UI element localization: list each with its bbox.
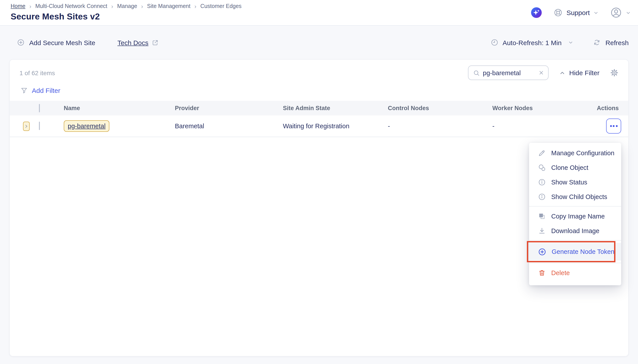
account-menu[interactable] — [610, 7, 631, 18]
tech-docs-label: Tech Docs — [118, 39, 149, 46]
top-bar-right: Support — [531, 0, 631, 25]
search-icon — [473, 69, 480, 76]
menu-item-label: Copy Image Name — [551, 212, 605, 220]
select-all-checkbox[interactable] — [39, 104, 40, 112]
clock-icon — [491, 38, 499, 46]
table-settings-gear-icon[interactable] — [610, 68, 618, 77]
clear-search-icon[interactable] — [538, 70, 544, 76]
trash-icon — [538, 269, 546, 277]
breadcrumb-multi-cloud-network-connect[interactable]: Multi-Cloud Network Connect — [35, 3, 107, 9]
hide-filter-label: Hide Filter — [569, 69, 599, 76]
menu-item-label: Clone Object — [551, 164, 588, 171]
chevron-right-icon: › — [141, 3, 143, 9]
top-bar: Home › Multi-Cloud Network Connect › Man… — [0, 0, 638, 26]
add-secure-mesh-site-label: Add Secure Mesh Site — [29, 39, 95, 46]
info-icon — [538, 178, 546, 186]
add-filter[interactable]: Add Filter — [10, 80, 628, 101]
breadcrumb-site-management[interactable]: Site Management — [147, 3, 190, 9]
breadcrumb: Home › Multi-Cloud Network Connect › Man… — [11, 3, 241, 9]
toolbar-right: Auto-Refresh: 1 Min Refresh — [491, 38, 629, 46]
search-input[interactable] — [483, 69, 535, 76]
menu-item-copy-image-name[interactable]: Copy Image Name — [529, 209, 621, 223]
page-title: Secure Mesh Sites v2 — [11, 12, 241, 22]
auto-refresh-label: Auto-Refresh: 1 Min — [503, 39, 562, 46]
menu-divider — [529, 263, 621, 263]
row-actions-button[interactable] — [606, 118, 621, 134]
column-header-control-nodes[interactable]: Control Nodes — [388, 105, 492, 112]
menu-item-download-image[interactable]: Download Image — [529, 223, 621, 238]
table-header-row: Name Provider Site Admin State Control N… — [10, 101, 628, 116]
menu-item-manage-configuration[interactable]: Manage Configuration — [529, 146, 621, 160]
lifebuoy-icon — [554, 8, 563, 17]
plus-circle-icon — [538, 248, 546, 256]
menu-item-clone-object[interactable]: Clone Object — [529, 160, 621, 175]
ai-assistant-button[interactable] — [531, 7, 542, 18]
breadcrumb-manage[interactable]: Manage — [117, 3, 137, 9]
chevron-up-icon — [559, 70, 565, 76]
refresh-label: Refresh — [605, 39, 629, 46]
clone-icon — [538, 164, 546, 172]
menu-item-show-child-objects[interactable]: Show Child Objects — [529, 189, 621, 204]
column-header-worker-nodes[interactable]: Worker Nodes — [492, 105, 597, 112]
copy-icon — [538, 212, 546, 220]
filter-bar-right: Hide Filter — [468, 66, 618, 80]
cell-worker-nodes: - — [492, 122, 597, 130]
chevron-right-icon: › — [111, 3, 113, 9]
items-count: 1 of 62 items — [20, 69, 55, 76]
menu-item-show-status[interactable]: Show Status — [529, 175, 621, 189]
column-header-name[interactable]: Name — [64, 105, 175, 112]
table-row: pg-baremetal Baremetal Waiting for Regis… — [10, 116, 628, 137]
chevron-right-icon: › — [30, 3, 32, 9]
support-menu[interactable]: Support — [554, 8, 599, 17]
add-secure-mesh-site-button[interactable]: Add Secure Mesh Site — [17, 38, 95, 46]
search-match-highlight: pg-baremetal — [64, 120, 110, 132]
column-header-site-admin-state[interactable]: Site Admin State — [283, 105, 388, 112]
menu-divider — [529, 240, 621, 240]
chevron-down-icon — [625, 10, 631, 15]
user-avatar-icon — [610, 7, 622, 18]
cell-control-nodes: - — [388, 122, 492, 130]
filter-bar: 1 of 62 items — [10, 60, 628, 80]
menu-item-label: Manage Configuration — [551, 149, 614, 156]
tech-docs-link[interactable]: Tech Docs — [118, 39, 159, 46]
plus-circle-icon — [17, 38, 25, 46]
chevron-down-icon — [593, 10, 599, 15]
chevron-right-icon: › — [194, 3, 196, 9]
info-icon — [538, 192, 546, 200]
menu-divider — [529, 206, 621, 206]
menu-item-label: Show Child Objects — [551, 193, 607, 200]
refresh-icon — [593, 38, 601, 46]
refresh-button[interactable]: Refresh — [593, 38, 629, 46]
funnel-icon — [20, 87, 28, 94]
menu-item-label: Delete — [551, 269, 570, 276]
menu-item-generate-node-token[interactable]: Generate Node Token — [529, 243, 621, 260]
breadcrumb-home[interactable]: Home — [11, 3, 26, 9]
chevron-down-icon — [568, 40, 574, 45]
row-actions-menu: Manage Configuration Clone Object Show S… — [529, 143, 621, 285]
top-bar-left: Home › Multi-Cloud Network Connect › Man… — [11, 0, 241, 25]
pencil-icon — [538, 149, 546, 157]
support-label: Support — [566, 9, 590, 16]
add-filter-label: Add Filter — [32, 87, 60, 94]
page-toolbar: Add Secure Mesh Site Tech Docs — [0, 26, 638, 59]
expand-row-button[interactable] — [23, 122, 30, 131]
cell-site-admin-state: Waiting for Registration — [283, 122, 388, 130]
sparkle-icon — [531, 7, 542, 18]
site-name-link[interactable]: pg-baremetal — [68, 122, 106, 130]
external-link-icon — [152, 39, 159, 46]
column-header-provider[interactable]: Provider — [175, 105, 283, 112]
menu-item-label: Show Status — [551, 178, 587, 186]
download-icon — [538, 227, 546, 235]
sites-table-panel: 1 of 62 items — [9, 59, 629, 356]
toolbar-left: Add Secure Mesh Site Tech Docs — [17, 38, 159, 46]
search-box — [468, 66, 548, 80]
row-checkbox[interactable] — [39, 122, 40, 130]
menu-item-label: Generate Node Token — [552, 248, 614, 255]
hide-filter-toggle[interactable]: Hide Filter — [559, 69, 599, 76]
menu-item-delete[interactable]: Delete — [529, 265, 621, 280]
cell-provider: Baremetal — [175, 122, 283, 130]
app-viewport: Home › Multi-Cloud Network Connect › Man… — [0, 0, 638, 364]
breadcrumb-customer-edges[interactable]: Customer Edges — [200, 3, 241, 9]
column-header-actions: Actions — [597, 105, 629, 112]
auto-refresh-dropdown[interactable]: Auto-Refresh: 1 Min — [491, 38, 574, 46]
